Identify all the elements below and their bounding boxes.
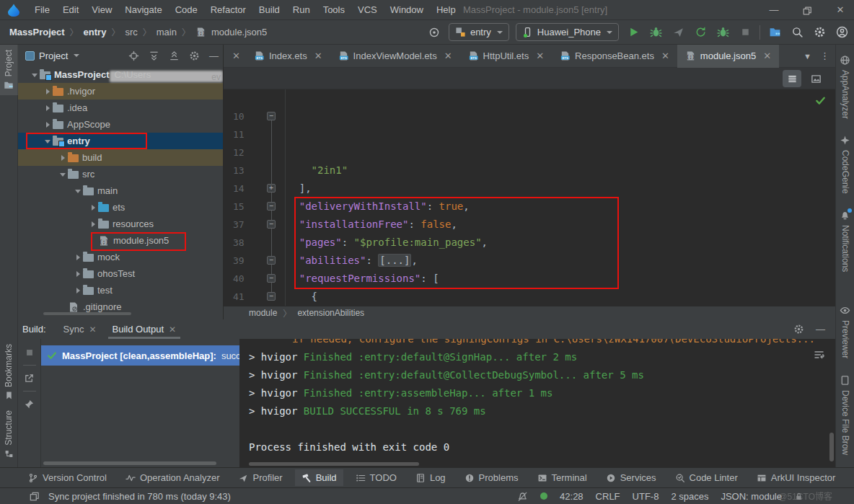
chevron-right-icon[interactable] [88,203,98,213]
tree-item-ohostest[interactable]: ohosTest [18,265,223,282]
toolbar-item-log[interactable]: Log [409,469,452,486]
console-horizontal-scrollbar[interactable] [249,462,419,466]
toolbar-item-problems[interactable]: Problems [458,469,525,486]
breadcrumb-entry[interactable]: entry [84,27,107,37]
tab-httputil-ets[interactable]: HttpUtil.ets ✕ [460,45,552,68]
chevron-right-icon[interactable] [43,120,53,130]
menu-edit[interactable]: Edit [56,4,85,15]
restore-button[interactable] [799,4,815,16]
tab-close-icon[interactable]: ✕ [169,324,176,335]
tree-item-mock[interactable]: mock [18,249,223,265]
menu-view[interactable]: View [85,4,118,15]
device-manager-icon[interactable] [767,25,783,40]
minimize-button[interactable]: — [766,4,782,16]
tab-close-icon[interactable]: ✕ [314,50,322,61]
debug-button[interactable] [648,25,664,40]
sidebar-item-appanalyzer[interactable]: AppAnalyzer [840,55,850,119]
chevron-right-icon[interactable] [43,87,53,97]
line-ending[interactable]: CRLF [596,491,620,502]
toolbar-item-version-control[interactable]: Version Control [22,469,113,486]
tree-item-appscope[interactable]: AppScope [18,116,223,133]
build-result-item[interactable]: MassProject [clean,assembleHap]: succ [41,345,239,366]
stop-button[interactable] [737,25,753,40]
breadcrumb-extensionabilities[interactable]: extensionAbilities [297,308,364,318]
menu-run[interactable]: Run [286,4,317,15]
code-editor[interactable]: 10 "2in1" 11 − ], 12 "deliveryWithInstal… [224,89,835,306]
sidebar-item-bookmarks[interactable]: Bookmarks [0,339,18,405]
lock-icon[interactable] [794,492,804,501]
toolbar-item-build[interactable]: Build [295,469,343,486]
chevron-right-icon[interactable] [73,269,83,279]
menu-help[interactable]: Help [430,4,462,15]
fold-marker[interactable]: + [267,184,276,193]
menu-tools[interactable]: Tools [317,4,351,15]
menu-window[interactable]: Window [384,4,430,15]
text-view-icon[interactable] [783,70,801,87]
hide-panel-icon[interactable]: — [816,324,825,335]
inspection-ok-check-icon[interactable] [815,95,826,106]
sidebar-item-project[interactable]: Project [0,45,18,95]
sidebar-item-codegenie[interactable]: CodeGenie [840,135,850,194]
tab-close-icon[interactable]: ✕ [763,50,771,61]
pin-icon[interactable] [24,399,35,410]
expand-all-icon[interactable] [149,50,159,61]
caret-position[interactable]: 42:28 [560,491,584,502]
tree-item-idea[interactable]: .idea [18,100,223,116]
toolbar-item-operation-analyzer[interactable]: Operation Analyzer [119,469,226,486]
tab-index-ets[interactable]: Index.ets ✕ [246,45,330,68]
project-view-selector[interactable]: Project [39,50,68,61]
run-config-selector[interactable]: entry [449,23,509,41]
chevron-right-icon[interactable] [88,219,98,229]
tree-item-ets[interactable]: ets [18,199,223,216]
preview-view-icon[interactable] [806,70,825,87]
chevron-down-icon[interactable] [73,186,83,196]
toolbar-item-services[interactable]: Services [599,469,663,486]
tree-item-resources[interactable]: resources [18,216,223,232]
tree-item-src[interactable]: src [18,166,223,182]
tab-close-icon[interactable]: ✕ [226,50,246,61]
toolbar-item-terminal[interactable]: Terminal [531,469,594,486]
build-tree-horizontal-scrollbar[interactable] [43,461,216,465]
chevron-right-icon[interactable] [73,286,83,296]
build-console[interactable]: if needed, configure the signingConfigs … [239,339,835,467]
notifications-muted-icon[interactable] [517,491,528,502]
hide-panel-icon[interactable]: — [209,50,219,61]
breadcrumb-src[interactable]: src [125,27,137,37]
file-encoding[interactable]: UTF-8 [633,491,659,502]
chevron-down-icon[interactable] [43,136,53,146]
sidebar-item-previewer[interactable]: Previewer [840,305,850,358]
menu-refactor[interactable]: Refactor [204,4,252,15]
fold-marker[interactable]: − [267,112,276,120]
account-icon[interactable] [834,25,850,40]
locate-target-icon[interactable] [426,25,442,40]
fold-marker[interactable]: − [267,202,276,211]
menu-file[interactable]: File [28,4,56,15]
sidebar-item-notifications[interactable]: Notifications [840,210,850,272]
fold-marker[interactable]: − [267,274,276,283]
tab-module-json5[interactable]: module.json5 ✕ [677,45,779,68]
chevron-down-icon[interactable] [58,169,68,180]
soft-wrap-icon[interactable] [814,349,825,361]
settings-gear-icon[interactable] [811,25,827,40]
tab-build-output[interactable]: Build Output ✕ [108,319,181,339]
tab-close-icon[interactable]: ✕ [536,50,544,61]
indent-size[interactable]: 2 spaces [671,491,708,502]
sidebar-item-structure[interactable]: Structure [0,405,18,467]
tree-item-build[interactable]: build [18,149,223,166]
profile-button[interactable] [670,25,686,40]
build-settings-gear-icon[interactable] [793,324,804,335]
fold-marker[interactable]: − [267,256,276,265]
menu-code[interactable]: Code [169,4,204,15]
chevron-right-icon[interactable] [43,103,53,113]
locate-file-icon[interactable] [128,50,139,61]
tree-horizontal-scrollbar[interactable] [43,312,131,315]
toolbar-item-profiler[interactable]: Profiler [232,469,289,486]
menu-navigate[interactable]: Navigate [118,4,168,15]
attach-debugger-button[interactable] [715,25,731,40]
tree-item-module-json5[interactable]: module.json5 [18,232,223,249]
chevron-right-icon[interactable] [73,252,83,262]
file-type[interactable]: JSON: module [721,491,782,502]
tree-item-main[interactable]: main [18,182,223,199]
breadcrumb-module[interactable]: module [249,308,277,318]
hidden-tabs-chevron-icon[interactable]: ▼ [804,52,811,61]
